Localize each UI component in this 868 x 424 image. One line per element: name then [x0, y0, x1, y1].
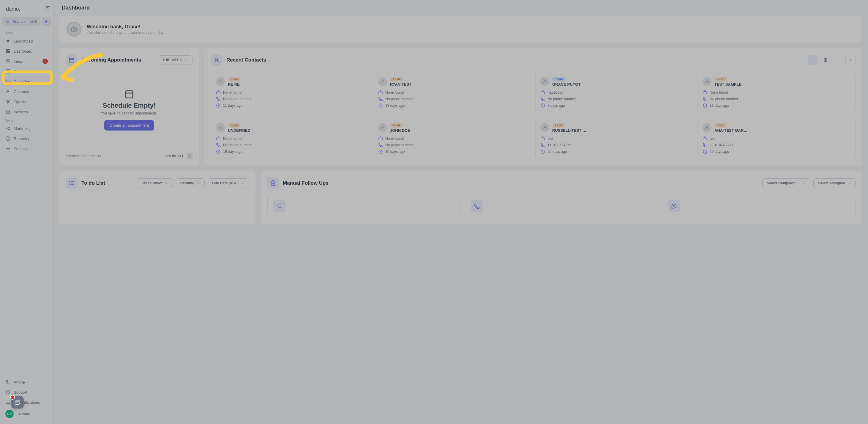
clock-icon	[378, 149, 383, 154]
chart-icon	[5, 136, 11, 141]
clock-icon	[703, 103, 707, 108]
calendar-empty-icon	[124, 89, 134, 99]
clock-icon	[378, 103, 383, 108]
message-icon	[668, 200, 680, 212]
chevron-down-icon	[197, 181, 200, 185]
contact-name: TEST SAMPLE	[714, 82, 850, 87]
sidebar-item-notifications[interactable]: Notifications	[2, 397, 51, 407]
contact-time: 20 days ago	[710, 149, 729, 154]
svg-point-36	[382, 80, 383, 81]
sidebar-item-launchpad[interactable]: Launchpad	[2, 36, 51, 46]
contact-card[interactable]: Lead JOHN DOE None found No phone number…	[373, 117, 531, 159]
chat-widget[interactable]	[11, 396, 24, 408]
nav-label: Pipeline	[14, 100, 27, 104]
bell-icon	[5, 400, 11, 405]
sidebar-item-reporting[interactable]: Reporting	[2, 134, 51, 144]
svg-rect-34	[217, 91, 220, 94]
briefcase-icon	[378, 90, 383, 95]
followup-task-card[interactable]	[267, 194, 461, 218]
nav-label: Phone	[14, 380, 25, 385]
contact-card[interactable]: Lead ANA-TEST GAR… test +19184977271 20 …	[698, 117, 856, 159]
calendar-icon	[66, 54, 77, 66]
sidebar-item-settings[interactable]: Settings	[2, 144, 51, 154]
svg-point-54	[706, 126, 708, 127]
nav-label: Support	[14, 390, 27, 395]
rocket-icon	[5, 38, 11, 44]
phone-icon	[703, 96, 707, 102]
sidebar-item-contacts[interactable]: Contacts	[2, 87, 51, 96]
invoices-icon	[5, 109, 11, 114]
sidebar-item-calendars[interactable]: Calendars	[2, 77, 51, 87]
contact-company: test	[710, 137, 715, 141]
contact-card[interactable]: Lead RUSSELL-TEST … test +19188524855 20…	[535, 117, 693, 159]
contact-name: RYAN TEST	[390, 82, 526, 87]
status-filter[interactable]: Pending	[176, 178, 205, 188]
profile-avatar: GP	[5, 410, 14, 418]
svg-point-25	[216, 58, 218, 60]
quick-actions-button[interactable]	[42, 17, 51, 26]
contact-card[interactable]: Lead TEST SAMPLE None found No phone num…	[698, 71, 856, 113]
contact-card[interactable]: Lead RYAN TEST None found No phone numbe…	[373, 71, 531, 113]
page-title: Dashboard	[62, 5, 860, 11]
person-icon	[540, 123, 549, 132]
show-all-button[interactable]: SHOW ALL	[165, 153, 192, 159]
card-title: Upcoming Appointments	[82, 57, 154, 63]
campaign-filter[interactable]: Select Campaign …	[762, 178, 810, 188]
view-grid-button[interactable]	[820, 55, 831, 65]
empty-title: Schedule Empty!	[103, 102, 156, 109]
sidebar-item-marketing[interactable]: Marketing	[2, 123, 51, 134]
camera-icon[interactable]	[66, 22, 82, 36]
contact-phone: +19184977271	[710, 143, 734, 147]
sidebar-item-phone[interactable]: Phone	[2, 377, 51, 387]
contact-card[interactable]: Team GRACE PUYOT Facebook No phone numbe…	[535, 71, 693, 113]
card-title: Recent Contacts	[226, 57, 804, 63]
svg-rect-37	[379, 91, 382, 94]
contact-company: Facebook	[548, 90, 563, 94]
person-icon	[216, 77, 225, 86]
svg-rect-43	[703, 91, 707, 94]
contact-time: 20 days ago	[385, 149, 405, 154]
sidebar-item-pipeline[interactable]: Pipeline	[2, 96, 51, 107]
phone-icon	[378, 143, 383, 147]
followup-call-card[interactable]	[465, 194, 658, 218]
tasks-icon	[5, 69, 11, 74]
contact-company: None found	[385, 90, 404, 94]
view-list-button[interactable]	[808, 55, 818, 65]
sidebar-toggle[interactable]	[44, 4, 52, 11]
chevron-down-icon	[241, 181, 245, 185]
next-page-button[interactable]	[845, 55, 856, 65]
pipeline-icon	[5, 99, 11, 104]
contact-tag: Lead	[228, 77, 241, 82]
date-range-dropdown[interactable]: THIS WEEK	[158, 55, 192, 65]
svg-line-4	[9, 22, 9, 23]
sidebar-item-support[interactable]: Support	[2, 387, 51, 397]
sidebar-item-invoices[interactable]: Invoices	[2, 107, 51, 117]
prev-page-button[interactable]	[833, 55, 843, 65]
phone-icon	[216, 143, 221, 147]
svg-rect-5	[6, 49, 8, 51]
svg-point-39	[544, 80, 546, 81]
search-input[interactable]: Search ctrl K	[2, 17, 40, 26]
assignee-filter[interactable]: Select Assignee	[813, 178, 856, 188]
svg-rect-21	[69, 58, 74, 62]
assignee-filter[interactable]: Grace Puyot	[137, 178, 173, 188]
sidebar-item-inbox[interactable]: Inbox 1	[2, 56, 51, 66]
svg-rect-30	[826, 59, 827, 60]
person-icon	[216, 123, 225, 132]
contact-card[interactable]: Lead UNDEFINED None found No phone numbe…	[211, 117, 369, 159]
sidebar-item-dashboard[interactable]: Dashboard	[2, 46, 51, 56]
followup-message-card[interactable]	[662, 194, 856, 218]
chevron-down-icon	[165, 181, 168, 185]
main-area: Dashboard Welcome back, Grace! Your dash…	[54, 0, 868, 424]
nav-label: Profile	[19, 412, 30, 416]
svg-point-3	[6, 20, 9, 23]
contact-card[interactable]: Lead RE RE None found No phone number 11…	[211, 71, 369, 113]
svg-rect-49	[379, 138, 382, 140]
create-appointment-button[interactable]: Create an appointment	[104, 120, 154, 131]
sidebar-item-profile[interactable]: GP Profile	[2, 407, 51, 420]
topbar: Dashboard	[54, 0, 868, 16]
sort-filter[interactable]: Due Date (ASC)	[208, 178, 249, 188]
briefcase-icon	[216, 136, 221, 141]
nav-label: Reporting	[14, 137, 30, 141]
sidebar-item-tasks[interactable]: Tasks	[2, 66, 51, 77]
